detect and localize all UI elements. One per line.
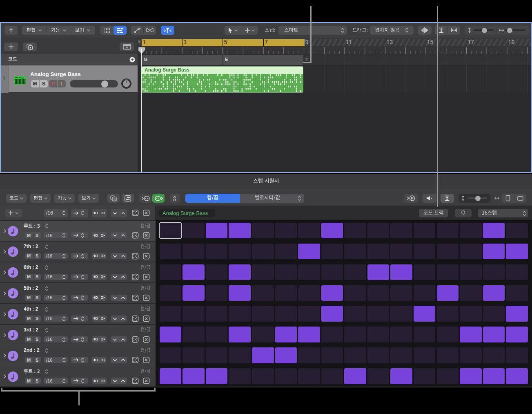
svg-text:R: R	[411, 196, 413, 200]
